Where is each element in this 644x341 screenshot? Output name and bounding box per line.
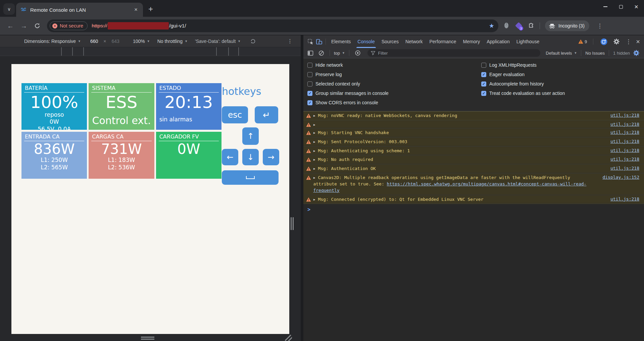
device-toolbar-toggle-button[interactable] bbox=[315, 37, 324, 46]
devtools-menu-kebab[interactable]: ⋮ bbox=[625, 38, 632, 45]
checkbox-show-cors-errors-in-console[interactable]: ✓Show CORS errors in console bbox=[307, 100, 481, 106]
security-chip[interactable]: × Not secure bbox=[50, 21, 88, 30]
devtools-close-button[interactable]: × bbox=[636, 38, 640, 45]
site-favicon-icon bbox=[20, 6, 27, 13]
checkbox-group-similar-messages-in-console[interactable]: ✓Group similar messages in console bbox=[307, 90, 481, 96]
arrow-down-key-button[interactable]: ↓ bbox=[242, 149, 259, 165]
zoom-dropdown[interactable]: 100% ▼ bbox=[133, 39, 150, 44]
tab-close-icon[interactable]: × bbox=[132, 6, 140, 13]
tab-application[interactable]: Application bbox=[483, 35, 513, 48]
window-maximize-button[interactable] bbox=[613, 0, 629, 13]
bookmark-star-icon[interactable]: ★ bbox=[489, 22, 494, 30]
expand-arrow-icon[interactable]: ▶ bbox=[313, 114, 315, 117]
arrow-right-key-button[interactable]: → bbox=[263, 149, 279, 165]
tile-line: L1: 250W bbox=[21, 157, 87, 164]
device-toolbar-kebab[interactable]: ⋮ bbox=[287, 38, 293, 44]
checkbox-box bbox=[307, 72, 312, 77]
dimensions-dropdown[interactable]: Dimensions: Responsive ▼ bbox=[24, 39, 81, 44]
arrow-left-key-button[interactable]: ← bbox=[222, 149, 238, 165]
incognito-badge[interactable]: Incognito (3) bbox=[545, 20, 589, 31]
ruler-tick bbox=[61, 47, 62, 56]
checkbox-autocomplete-from-history[interactable]: ✓Autocomplete from history bbox=[481, 81, 644, 87]
back-button[interactable]: ← bbox=[5, 20, 16, 32]
context-selector[interactable]: top ▼ bbox=[334, 51, 345, 56]
context-label: top bbox=[334, 51, 340, 56]
browser-menu-kebab[interactable]: ⋮ bbox=[594, 22, 605, 30]
rotate-device-button[interactable] bbox=[250, 38, 256, 44]
throttling-dropdown[interactable]: No throttling ▼ bbox=[157, 39, 188, 44]
warning-triangle-icon bbox=[306, 166, 311, 171]
checkbox-treat-code-evaluation-as-user-action[interactable]: ✓Treat code evaluation as user action bbox=[481, 90, 644, 96]
source-location-link[interactable]: util.js:218 bbox=[610, 113, 639, 118]
checkbox-log-xmlhttprequests[interactable]: Log XMLHttpRequests bbox=[481, 62, 644, 68]
forward-button[interactable]: → bbox=[18, 20, 30, 32]
viewport-width-resize-handle[interactable] bbox=[291, 217, 294, 230]
viewport-height-resize-handle[interactable] bbox=[141, 337, 154, 340]
checkbox-preserve-log[interactable]: Preserve log bbox=[307, 71, 481, 77]
tab-memory[interactable]: Memory bbox=[460, 35, 484, 48]
viewport-corner-resize-handle[interactable] bbox=[285, 334, 292, 341]
clear-console-icon[interactable] bbox=[317, 49, 326, 57]
reload-button[interactable] bbox=[32, 20, 43, 32]
console-settings-gear-icon[interactable] bbox=[632, 49, 641, 57]
source-location-link[interactable]: util.js:218 bbox=[610, 166, 639, 171]
source-location-link[interactable]: util.js:218 bbox=[610, 122, 639, 127]
devtools-settings-gear-icon[interactable] bbox=[612, 37, 621, 46]
expand-arrow-icon[interactable]: ▶ bbox=[313, 198, 315, 201]
console-filter[interactable] bbox=[367, 49, 540, 57]
esc-key-button[interactable]: esc bbox=[222, 106, 248, 123]
log-levels-dropdown[interactable]: Default levels ▼ bbox=[546, 51, 577, 56]
source-location-link[interactable]: display.js:152 bbox=[602, 175, 639, 180]
tab-search-button[interactable]: ∨ bbox=[3, 3, 15, 15]
expand-arrow-icon[interactable]: ▶ bbox=[313, 149, 315, 153]
tab-elements[interactable]: Elements bbox=[328, 35, 354, 48]
purple-extension-icon[interactable]: 3 bbox=[515, 22, 522, 30]
expand-arrow-icon[interactable]: ▶ bbox=[313, 123, 315, 126]
new-tab-button[interactable]: + bbox=[146, 4, 156, 14]
source-location-link[interactable]: util.js:218 bbox=[610, 157, 639, 162]
tab-network[interactable]: Network bbox=[402, 35, 426, 48]
source-location-link[interactable]: util.js:218 bbox=[610, 130, 639, 135]
devtools-split-divider[interactable] bbox=[301, 35, 303, 341]
inspect-element-button[interactable] bbox=[306, 37, 315, 46]
hidden-messages-count[interactable]: 1 hidden bbox=[613, 51, 630, 56]
incognito-label: Incognito (3) bbox=[558, 23, 585, 29]
checkbox-hide-network[interactable]: Hide network bbox=[307, 62, 481, 68]
tab-lighthouse[interactable]: Lighthouse bbox=[513, 35, 543, 48]
source-location-link[interactable]: util.js:218 bbox=[610, 196, 639, 202]
extensions-puzzle-icon[interactable] bbox=[527, 21, 535, 30]
console-prompt[interactable]: > bbox=[303, 204, 644, 213]
save-data-dropdown[interactable]: 'Save-Data': default ▼ bbox=[195, 39, 241, 44]
enter-key-button[interactable]: ↵ bbox=[255, 106, 278, 123]
source-location-link[interactable]: util.js:218 bbox=[610, 148, 639, 153]
console-filter-input[interactable] bbox=[378, 51, 537, 56]
expand-arrow-icon[interactable]: ▶ bbox=[313, 176, 315, 179]
tab-performance[interactable]: Performance bbox=[426, 35, 459, 48]
message-url-link[interactable]: https://html.spec.whatwg.org/multipage/c… bbox=[313, 181, 586, 193]
live-expression-eye-icon[interactable] bbox=[353, 49, 362, 57]
console-sidebar-toggle-icon[interactable] bbox=[306, 49, 315, 57]
viewport-width-input[interactable]: 660 bbox=[88, 38, 100, 45]
expand-arrow-icon[interactable]: ▶ bbox=[313, 131, 315, 134]
issues-counter[interactable]: No Issues bbox=[585, 51, 605, 56]
incognito-icon bbox=[548, 23, 556, 29]
checkbox-eager-evaluation[interactable]: ✓Eager evaluation bbox=[481, 71, 644, 77]
tab-console[interactable]: Console bbox=[354, 35, 378, 48]
ruler-tick bbox=[216, 47, 217, 56]
tab-sources[interactable]: Sources bbox=[378, 35, 402, 48]
mouse-extension-icon[interactable] bbox=[503, 21, 510, 30]
source-location-link[interactable]: util.js:218 bbox=[610, 139, 639, 144]
expand-arrow-icon[interactable]: ▶ bbox=[313, 167, 315, 170]
ai-assistance-icon[interactable] bbox=[599, 37, 608, 46]
space-key-button[interactable] bbox=[222, 170, 279, 185]
window-close-button[interactable]: × bbox=[629, 0, 644, 13]
expand-arrow-icon[interactable]: ▶ bbox=[313, 158, 315, 161]
viewport-height-input[interactable]: 643 bbox=[110, 38, 121, 45]
warnings-indicator[interactable]: 9 bbox=[578, 39, 587, 44]
window-minimize-button[interactable] bbox=[598, 0, 613, 13]
arrow-up-key-button[interactable]: ↑ bbox=[242, 127, 259, 145]
browser-tab[interactable]: Remote Console on LAN × bbox=[16, 3, 143, 17]
expand-arrow-icon[interactable]: ▶ bbox=[313, 140, 315, 144]
address-bar[interactable]: × Not secure https:// /gui-v1/ ★ bbox=[47, 19, 498, 32]
checkbox-selected-context-only[interactable]: Selected context only bbox=[307, 81, 481, 87]
